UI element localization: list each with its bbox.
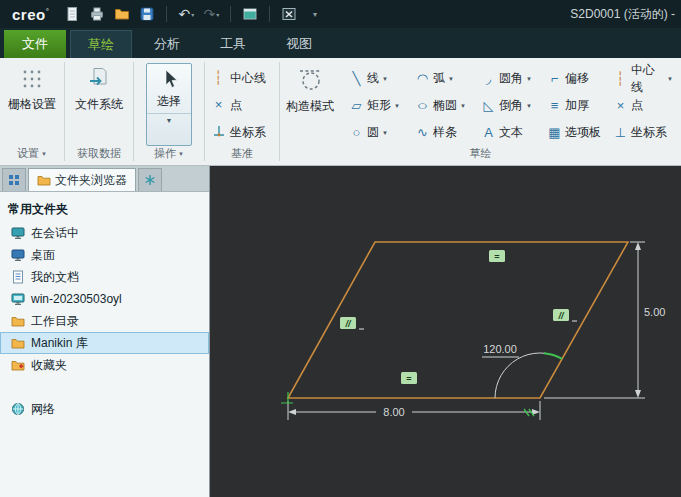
rectangle-button[interactable]: ▱矩形▼	[346, 97, 412, 114]
tab-tools[interactable]: 工具	[202, 30, 264, 58]
dim-width-value[interactable]: 8.00	[383, 406, 404, 418]
folder-list: 常用文件夹 在会话中 桌面 我的文档 win-20230503oyl 工作目录	[0, 192, 209, 420]
constraint-equal-top[interactable]: =	[489, 250, 505, 262]
undo-icon[interactable]: ↶▾	[177, 5, 195, 23]
chamfer-button[interactable]: ◺倒角▼	[478, 97, 544, 114]
chevron-down-icon: ▼	[394, 103, 400, 109]
ribbon-group-operations: 选择 ▼ 操作▼	[134, 58, 204, 165]
chevron-down-icon: ▼	[526, 103, 532, 109]
circle-button[interactable]: ○圆▼	[346, 124, 412, 141]
model-tree-tab[interactable]	[2, 168, 26, 191]
point-button[interactable]: ×点	[610, 97, 676, 114]
file-system-button[interactable]: 文件系统	[72, 61, 126, 146]
text-button[interactable]: A文本	[478, 124, 544, 141]
select-button[interactable]: 选择 ▼	[146, 63, 192, 146]
toolbar-separator	[166, 6, 167, 22]
folder-item-in-session[interactable]: 在会话中	[0, 222, 209, 244]
svg-text:=: =	[494, 252, 499, 262]
folder-item-working-directory[interactable]: 工作目录	[0, 310, 209, 332]
window-switch-icon[interactable]	[241, 5, 259, 23]
model-tree-icon	[8, 174, 20, 186]
constraint-parallel-left[interactable]: //	[340, 317, 364, 329]
arc-button[interactable]: ◠弧▼	[412, 70, 478, 87]
constraint-equal-bottom[interactable]: =	[401, 372, 417, 384]
datum-csys-button[interactable]: 坐标系	[205, 119, 272, 145]
folder-item-documents[interactable]: 我的文档	[0, 266, 209, 288]
chevron-down-icon: ▼	[382, 76, 388, 82]
open-folder-icon[interactable]	[113, 5, 131, 23]
print-icon[interactable]	[88, 5, 106, 23]
star-icon	[144, 174, 156, 186]
chevron-down-icon: ▼	[41, 151, 47, 157]
chevron-down-icon: ▼	[382, 130, 388, 136]
group-caption-operations[interactable]: 操作▼	[134, 146, 204, 165]
dimension-angle[interactable]: 120.00	[482, 343, 562, 398]
logo-mark: °	[46, 7, 50, 16]
folder-item-network[interactable]: 网络	[0, 398, 209, 420]
ellipse-button[interactable]: ○椭圆▼	[412, 97, 478, 114]
tab-sketch[interactable]: 草绘	[70, 30, 132, 58]
palette-button[interactable]: ▦选项板	[544, 124, 610, 141]
centerline-button[interactable]: ┆中心线▼	[610, 62, 676, 96]
sketch-parallelogram[interactable]	[288, 242, 628, 398]
quick-access-toolbar: ↶▾ ↷▾ ▾	[63, 5, 323, 23]
offset-button[interactable]: ⌐偏移	[544, 70, 610, 87]
grid-settings-button[interactable]: 栅格设置	[5, 61, 59, 146]
spline-button[interactable]: ∿样条	[412, 124, 478, 141]
favorites-folder-icon	[10, 359, 25, 371]
folder-list-header: 常用文件夹	[0, 196, 209, 222]
text-icon: A	[481, 126, 496, 140]
group-caption-datum[interactable]: 基准	[205, 146, 279, 165]
group-caption-sketch[interactable]: 草绘	[280, 146, 681, 165]
dimension-width[interactable]: 8.00	[288, 401, 540, 420]
datum-centerline-button[interactable]: ┆ 中心线	[205, 65, 272, 91]
group-caption-get-data[interactable]: 获取数据	[65, 146, 133, 165]
csys-button[interactable]: ⊥坐标系	[610, 124, 676, 141]
dim-height-value[interactable]: 5.00	[644, 306, 665, 318]
creo-window: creo° ↶▾ ↷▾ ▾	[0, 0, 681, 497]
folder-icon	[10, 315, 25, 327]
desktop-icon	[10, 249, 25, 262]
select-dropdown[interactable]: ▼	[147, 113, 191, 127]
construction-mode-button[interactable]: 构造模式	[280, 61, 340, 146]
ribbon-group-datum: ┆ 中心线 × 点 坐标系 基准	[205, 58, 279, 165]
creo-logo: creo°	[12, 6, 49, 23]
centerline-icon: ┆	[613, 72, 628, 86]
group-caption-settings[interactable]: 设置▼	[0, 146, 64, 165]
redo-icon[interactable]: ↷▾	[202, 5, 220, 23]
dim-angle-value[interactable]: 120.00	[483, 343, 517, 355]
constraint-parallel-right[interactable]: //	[553, 309, 577, 321]
favorites-tab[interactable]	[138, 168, 162, 191]
line-icon: ╲	[349, 72, 364, 86]
sketch-tools-grid: ╲线▼ ▱矩形▼ ○圆▼ ◠弧▼ ○椭圆▼ ∿样条 ◞圆角▼ ◺倒角▼ A文本 …	[346, 61, 676, 146]
offset-icon: ⌐	[547, 72, 562, 86]
toolbar-separator	[269, 6, 270, 22]
ribbon-group-get-data: 文件系统 获取数据	[65, 58, 133, 165]
circle-icon: ○	[349, 126, 364, 140]
tab-file[interactable]: 文件	[4, 30, 66, 58]
save-icon[interactable]	[138, 5, 156, 23]
chevron-down-icon: ▼	[448, 76, 454, 82]
csys-icon: ⊥	[613, 126, 628, 140]
new-file-icon[interactable]	[63, 5, 81, 23]
line-button[interactable]: ╲线▼	[346, 70, 412, 87]
tab-view[interactable]: 视图	[268, 30, 330, 58]
thicken-button[interactable]: ≡加厚	[544, 97, 610, 114]
svg-text:=: =	[406, 374, 411, 384]
folder-item-favorites[interactable]: 收藏夹	[0, 354, 209, 376]
grid-dots-icon	[20, 66, 44, 93]
fillet-button[interactable]: ◞圆角▼	[478, 70, 544, 87]
point-icon: ×	[613, 99, 628, 113]
tab-analysis[interactable]: 分析	[136, 30, 198, 58]
folder-browser-tab[interactable]: 文件夹浏览器	[28, 168, 136, 191]
ribbon: 栅格设置 设置▼ 文件系统 获取数据	[0, 58, 681, 166]
folder-item-manikin-library[interactable]: Manikin 库	[0, 332, 209, 354]
close-window-icon[interactable]	[280, 5, 298, 23]
folder-item-desktop[interactable]: 桌面	[0, 244, 209, 266]
sketch-canvas[interactable]: 5.00 8.00 120.00	[211, 166, 681, 497]
toolbar-options-icon[interactable]: ▾	[305, 5, 323, 23]
fillet-icon: ◞	[481, 72, 496, 86]
toolbar-separator	[230, 6, 231, 22]
folder-item-computer[interactable]: win-20230503oyl	[0, 288, 209, 310]
datum-point-button[interactable]: × 点	[205, 92, 272, 118]
